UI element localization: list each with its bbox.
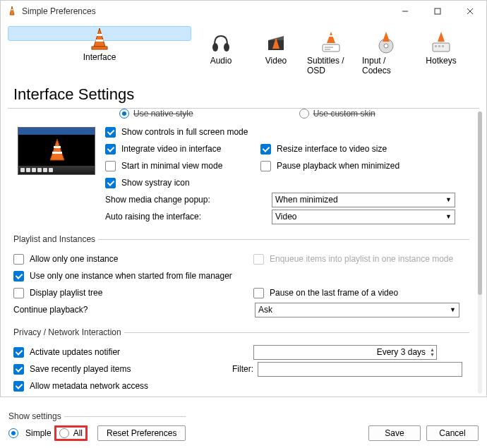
chk-enqueue <box>253 254 264 265</box>
svg-rect-8 <box>96 40 104 42</box>
svg-rect-1 <box>11 9 13 11</box>
select-auto-raise[interactable]: Video▼ <box>272 210 455 224</box>
clapper-icon <box>265 30 287 54</box>
radio-native-style[interactable]: Use native style <box>119 109 193 119</box>
chk-one-from-fm[interactable] <box>13 271 24 281</box>
chk-integrate-video[interactable] <box>105 144 116 155</box>
lbl-auto-raise: Auto raising the interface: <box>105 212 272 222</box>
svg-point-10 <box>212 43 218 52</box>
tab-hotkeys[interactable]: Hotkeys <box>416 26 467 80</box>
spin-update-freq[interactable]: Every 3 days▲▼ <box>253 345 437 360</box>
prefs-tabs: Interface Audio Video Subtitles / OSD In… <box>1 22 486 80</box>
page-title: Interface Settings <box>1 80 486 108</box>
svg-rect-26 <box>442 45 444 47</box>
radio-simple[interactable] <box>8 428 18 438</box>
svg-point-11 <box>224 43 229 52</box>
svg-marker-6 <box>94 28 105 47</box>
group-privacy: Privacy / Network Interaction Activate u… <box>13 327 469 395</box>
cancel-button[interactable]: Cancel <box>426 425 479 441</box>
chk-minimal-view[interactable] <box>105 161 116 171</box>
select-continue-playback[interactable]: Ask▼ <box>255 303 459 317</box>
app-icon <box>6 6 18 17</box>
close-button[interactable] <box>454 1 486 22</box>
disc-icon <box>375 30 397 54</box>
svg-marker-22 <box>383 32 390 42</box>
select-media-popup[interactable]: When minimized▼ <box>272 193 455 207</box>
svg-rect-19 <box>329 35 333 37</box>
chk-show-controls[interactable] <box>105 127 116 138</box>
tab-interface[interactable]: Interface <box>8 26 191 41</box>
radio-custom-skin[interactable]: Use custom skin <box>299 109 375 119</box>
chk-pause-last-frame[interactable] <box>253 288 264 298</box>
save-button[interactable]: Save <box>368 425 421 441</box>
svg-rect-24 <box>435 45 437 47</box>
chk-metadata[interactable] <box>13 381 24 392</box>
svg-marker-27 <box>438 32 445 42</box>
svg-marker-0 <box>10 6 14 15</box>
titlebar: Simple Preferences <box>1 1 486 22</box>
group-show-settings: Show settings Simple All Reset Preferenc… <box>8 411 186 441</box>
subtitles-icon <box>320 30 342 54</box>
preview-thumbnail <box>18 127 95 175</box>
headphones-icon <box>210 30 232 54</box>
radio-all[interactable] <box>59 428 69 438</box>
footer: Show settings Simple All Reset Preferenc… <box>0 396 487 448</box>
reset-preferences-button[interactable]: Reset Preferences <box>97 425 186 441</box>
cone-icon <box>89 27 110 51</box>
scrollbar-thumb[interactable] <box>478 111 482 295</box>
chk-playlist-tree[interactable] <box>13 288 24 298</box>
chk-recent-items[interactable] <box>13 364 24 375</box>
svg-rect-7 <box>97 34 102 36</box>
keyboard-icon <box>431 30 452 54</box>
svg-marker-18 <box>327 32 335 43</box>
lbl-media-popup: Show media change popup: <box>105 195 272 205</box>
svg-marker-28 <box>50 139 64 160</box>
svg-rect-25 <box>438 45 440 47</box>
group-playlist: Playlist and Instances Allow only one in… <box>13 234 469 319</box>
highlight-all: All <box>54 425 88 441</box>
chk-systray[interactable] <box>105 178 116 188</box>
svg-rect-3 <box>435 8 440 14</box>
scroll-area: Use native style Use custom skin Show co… <box>4 109 483 401</box>
tab-video[interactable]: Video <box>251 26 301 80</box>
tab-subtitles[interactable]: Subtitles / OSD <box>306 26 356 80</box>
tab-input-codecs[interactable]: Input / Codecs <box>361 26 411 80</box>
lbl-filter: Filter: <box>225 364 253 374</box>
svg-point-21 <box>384 44 388 48</box>
svg-rect-9 <box>92 47 107 49</box>
tab-audio[interactable]: Audio <box>196 26 246 80</box>
input-filter[interactable] <box>258 362 462 377</box>
window-title: Simple Preferences <box>22 6 389 16</box>
minimize-button[interactable] <box>389 1 421 22</box>
lbl-continue-playback: Continue playback? <box>13 305 255 315</box>
chk-pause-minimized[interactable] <box>260 161 271 171</box>
chk-updates[interactable] <box>13 347 24 358</box>
svg-rect-29 <box>54 146 61 148</box>
chk-resize-interface[interactable] <box>260 144 271 155</box>
maximize-button[interactable] <box>421 1 454 22</box>
svg-rect-30 <box>52 152 62 154</box>
chk-one-instance[interactable] <box>13 254 24 265</box>
svg-rect-15 <box>323 44 339 52</box>
